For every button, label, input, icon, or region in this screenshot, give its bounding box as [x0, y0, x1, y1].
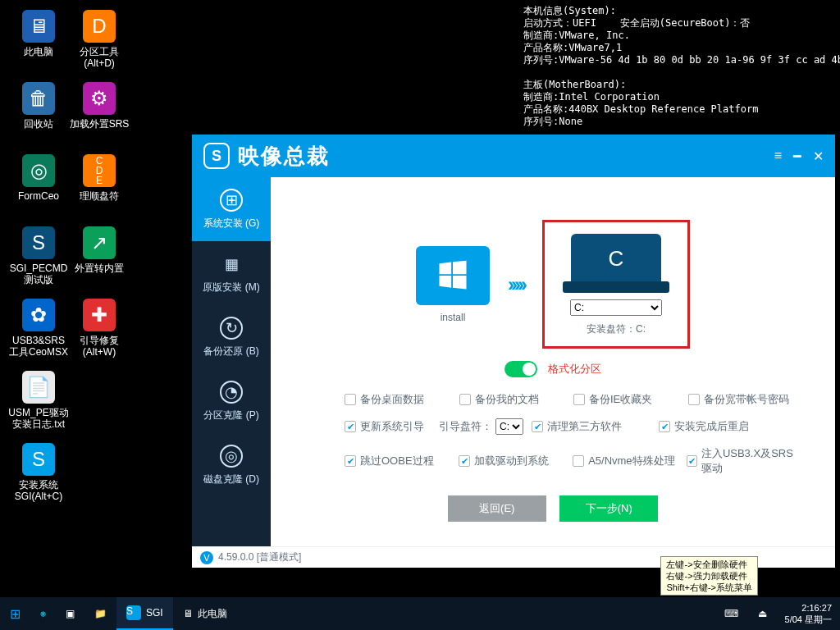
windows-icon: ⊞	[220, 189, 243, 212]
sidebar-item-backup-restore[interactable]: ↻备份还原 (B)	[192, 305, 271, 369]
desktop-icon-sgi[interactable]: S安装系统 SGI(Alt+C)	[8, 440, 69, 505]
target-drive-letter: C	[571, 234, 661, 283]
start-button[interactable]: ⊞	[0, 597, 30, 630]
arrow-icon: ›››››	[508, 273, 524, 296]
sidebar-item-disk-clone[interactable]: ◎磁盘克隆 (D)	[192, 433, 271, 497]
sidebar-item-system-install[interactable]: ⊞系统安装 (G)	[192, 177, 271, 241]
content-pane: install ››››› C C: 安装盘符：C: 格式化分区 备份桌面数据 …	[271, 177, 835, 546]
chk-backup-desktop[interactable]: 备份桌面数据	[345, 392, 459, 407]
back-button[interactable]: 返回(E)	[448, 495, 546, 522]
close-icon[interactable]: ✕	[813, 148, 824, 164]
chk-inject-usb3[interactable]: 注入USB3.X及SRS驱动	[687, 446, 802, 476]
chk-load-drivers[interactable]: 加载驱动到系统	[459, 454, 573, 468]
version-text: 4.59.0.0 [普通模式]	[218, 550, 301, 564]
chk-update-boot[interactable]: 更新系统引导	[345, 419, 439, 434]
taskbar-clock[interactable]: 2:16:27 5/04 星期一	[777, 602, 840, 625]
desktop-icon-thispc[interactable]: 🖥此电脑	[8, 7, 69, 72]
chk-a5nvme[interactable]: A5/Nvme特殊处理	[573, 454, 687, 468]
desktop-icon-log[interactable]: 📄USM_PE驱动 安装日志.txt	[8, 368, 69, 433]
chk-backup-broadband[interactable]: 备份宽带帐号密码	[688, 392, 803, 407]
target-drive-select[interactable]: C:	[570, 299, 662, 316]
format-partition-toggle[interactable]	[504, 361, 537, 377]
sidebar-item-partition-clone[interactable]: ◔分区克隆 (P)	[192, 369, 271, 433]
windows-flag-icon	[435, 258, 471, 294]
boot-drive-label: 引导盘符：	[439, 419, 492, 434]
boot-drive-select[interactable]: C:	[495, 418, 523, 435]
desktop-icons: 🖥此电脑 D分区工具 (Alt+D) 🗑回收站 ⚙加载外置SRS ◎FormCe…	[8, 7, 130, 512]
taskbar: ⊞ ⎈ ▣ 📁 SSGI 🖥此电脑 ⌨ ⏏ 2:16:27 5/04 星期一	[0, 597, 840, 630]
desktop-icon-ext2int[interactable]: ↗外置转内置	[69, 223, 130, 289]
tray-keyboard-icon[interactable]: ⌨	[714, 597, 748, 630]
menu-icon[interactable]: ≡	[774, 148, 782, 164]
desktop-icon-recycle[interactable]: 🗑回收站	[8, 79, 69, 144]
chk-skip-oobe[interactable]: 跳过OOBE过程	[345, 454, 459, 468]
desktop-icon-ceomsx[interactable]: ✿USB3&SRS 工具CeoMSX	[8, 295, 69, 361]
desktop-icon-bootrepair[interactable]: ✚引导修复 (Alt+W)	[69, 295, 130, 361]
chk-restart-after[interactable]: 安装完成后重启	[659, 419, 786, 434]
desktop-icon-driveletter[interactable]: CDE理顺盘符	[69, 151, 130, 217]
version-badge-icon: V	[200, 551, 213, 564]
desktop-icon-formceo[interactable]: ◎FormCeo	[8, 151, 69, 217]
taskbar-pinned-3[interactable]: 📁	[84, 597, 116, 630]
disk-icon: ◎	[220, 445, 243, 468]
taskbar-app-sgi[interactable]: SSGI	[116, 597, 173, 630]
restore-icon: ↻	[220, 317, 243, 340]
titlebar[interactable]: S 映像总裁 ≡ ━ ✕	[192, 135, 835, 177]
desktop-icon-sgi-pecmd[interactable]: SSGI_PECMD 测试版	[8, 223, 69, 289]
target-drive-caption: 安装盘符：C:	[563, 322, 669, 336]
format-partition-label: 格式化分区	[548, 363, 601, 375]
chk-backup-ie[interactable]: 备份IE收藏夹	[573, 392, 688, 407]
chk-backup-documents[interactable]: 备份我的文档	[459, 392, 574, 407]
options-grid: 备份桌面数据 备份我的文档 备份IE收藏夹 备份宽带帐号密码 更新系统引导 引导…	[345, 392, 802, 487]
tray-tooltip: 左键->安全删除硬件 右键->强力卸载硬件 Shift+右键->系统菜单	[660, 556, 758, 596]
pie-icon: ◔	[220, 381, 243, 404]
sidebar: ⊞系统安装 (G) ▦原版安装 (M) ↻备份还原 (B) ◔分区克隆 (P) …	[192, 177, 271, 546]
tray-eject-icon[interactable]: ⏏	[748, 597, 777, 630]
app-window: S 映像总裁 ≡ ━ ✕ ⊞系统安装 (G) ▦原版安装 (M) ↻备份还原 (…	[192, 135, 835, 568]
sidebar-item-original-install[interactable]: ▦原版安装 (M)	[192, 241, 271, 305]
source-disk[interactable]: install	[416, 246, 490, 323]
app-title: 映像总裁	[238, 142, 330, 171]
taskbar-pinned-2[interactable]: ▣	[56, 597, 84, 630]
taskbar-app-thispc[interactable]: 🖥此电脑	[173, 597, 237, 630]
minimize-icon[interactable]: ━	[793, 148, 801, 164]
desktop-icon-srs[interactable]: ⚙加载外置SRS	[69, 79, 130, 144]
taskbar-pinned-1[interactable]: ⎈	[30, 597, 56, 630]
target-drive-panel: C C: 安装盘符：C:	[542, 220, 690, 349]
tiles-icon: ▦	[220, 253, 243, 276]
next-button[interactable]: 下一步(N)	[559, 495, 658, 522]
app-logo-icon: S	[203, 143, 230, 169]
desktop-icon-diskgenius[interactable]: D分区工具 (Alt+D)	[69, 7, 130, 72]
chk-clean-thirdparty[interactable]: 清理第三方软件	[532, 419, 659, 434]
